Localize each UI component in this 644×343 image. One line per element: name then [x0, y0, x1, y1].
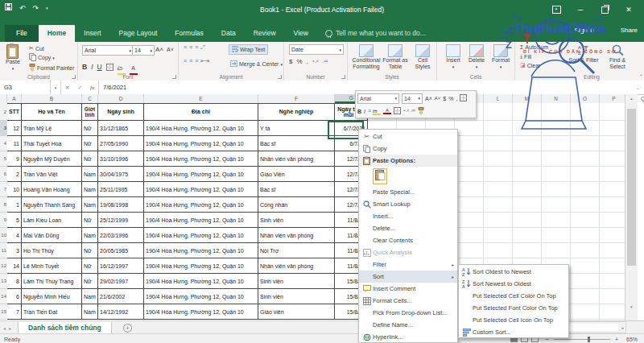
submenu-item-put-selected-cell-color-on-top[interactable]: Put Selected Cell Color On Top — [459, 290, 568, 302]
row-header-12[interactable]: 12 — [0, 258, 7, 274]
tab-data[interactable]: Data — [213, 25, 245, 42]
shrink-font-icon[interactable]: A˅ — [165, 46, 175, 53]
indent-icons[interactable]: ⇤⇥ — [200, 59, 208, 64]
row-header-7[interactable]: 7 — [0, 182, 7, 197]
cell[interactable]: Nam — [82, 228, 98, 243]
mini-fill-color-icon[interactable]: 🗁 — [373, 108, 381, 115]
cell[interactable]: Nhân viên văn phòng — [258, 151, 335, 167]
mini-font-size-combo[interactable]: 14▾ — [402, 93, 423, 104]
mini-grow-font-icon[interactable]: A˄ — [425, 96, 432, 101]
clipboard-launcher-icon[interactable] — [72, 75, 76, 79]
font-launcher-icon[interactable] — [172, 75, 176, 79]
cell[interactable]: 190/4 Hòa Hưng, Phường 12, Quận 10 — [144, 243, 258, 258]
cell[interactable]: 190/4 Hòa Hưng, Phường 12, Quận 10 — [144, 121, 258, 136]
scroll-right-icon[interactable]: ▸ — [620, 325, 625, 330]
cell[interactable]: 31/12/1865 — [98, 121, 144, 136]
menu-item-define-name[interactable]: Define Name... — [359, 319, 457, 331]
cell[interactable]: Nữ — [82, 136, 98, 151]
alignment-launcher-icon[interactable] — [278, 75, 282, 79]
cell[interactable]: 14 — [7, 258, 22, 274]
cell[interactable]: 10 — [7, 182, 22, 197]
cell[interactable]: 25/12/1999 — [98, 213, 144, 228]
font-name-combo[interactable]: Arial▾ — [82, 45, 134, 56]
insert-cells-button[interactable]: Insert▾ — [440, 43, 466, 71]
scroll-down-icon[interactable]: ▾ — [625, 304, 638, 309]
decrease-decimal-icon[interactable]: ·⁰⁰ — [322, 59, 328, 64]
cell[interactable]: Nguyễn Minh Hiếu — [22, 289, 82, 304]
cell[interactable]: Nữ — [82, 258, 98, 274]
cell[interactable]: 190/4 Hòa Hưng, Phường 12, Quận 10 — [144, 182, 258, 197]
cell[interactable]: Sinh viên — [258, 289, 335, 304]
cell[interactable]: Lâm Kiều Loan — [22, 213, 82, 228]
fill-color-icon[interactable]: 🗁 — [118, 59, 126, 75]
row-header-2[interactable]: 2 — [0, 103, 7, 121]
bold-icon[interactable]: B — [82, 63, 87, 71]
comma-icon[interactable]: , — [307, 58, 308, 65]
cell[interactable]: 20/05/1985 — [98, 243, 144, 258]
column-header-f[interactable]: F — [258, 94, 335, 103]
cell[interactable]: 1 — [7, 197, 22, 213]
row-header-10[interactable]: 10 — [0, 228, 7, 243]
cell[interactable]: 27/05/1990 — [98, 136, 144, 151]
cell[interactable]: Nữ — [82, 213, 98, 228]
mini-table-icon[interactable] — [460, 94, 467, 102]
cell[interactable]: Sinh viên — [258, 213, 335, 228]
align-top-icon[interactable]: ≡ — [184, 45, 186, 50]
menu-item-filter[interactable]: Filter▸ — [359, 258, 457, 271]
cell[interactable]: Thái Tuyết Hoa — [22, 136, 82, 151]
menu-item-hyperlink[interactable]: Hyperlink... — [359, 331, 457, 343]
conditional-formatting-button[interactable]: Conditional Formatting — [349, 43, 383, 71]
mini-font-name-combo[interactable]: Arial▾ — [357, 93, 399, 104]
cell[interactable]: Nữ — [82, 151, 98, 167]
cell[interactable]: Lê Minh Tuyết — [22, 258, 82, 274]
cell[interactable]: Nữ — [82, 243, 98, 258]
copy-button[interactable]: Copy▾ — [27, 52, 76, 63]
tell-me-box[interactable]: Tell me what you want to do... — [317, 25, 434, 42]
row-header-14[interactable]: 14 — [0, 289, 7, 304]
mini-align-icon[interactable]: ≡ — [368, 109, 370, 114]
cell[interactable]: Công nhân — [258, 197, 335, 213]
name-box[interactable]: G3 — [0, 81, 51, 94]
menu-item-pick-from-drop-down-list[interactable]: Pick From Drop-down List... — [359, 307, 457, 319]
number-format-combo[interactable]: Date▾ — [289, 44, 344, 55]
cell[interactable]: 8 — [7, 274, 22, 289]
submenu-item-sort-oldest-to-newest[interactable]: AZSort Oldest to Newest — [459, 266, 568, 278]
cancel-icon[interactable]: ✕ — [65, 85, 70, 91]
zoom-slider-thumb[interactable] — [588, 337, 590, 342]
format-as-table-button[interactable]: Format as Table — [380, 43, 411, 71]
cell[interactable]: 190/4 Hòa Hưng, Phường 12, Quận 10 — [144, 274, 258, 289]
cell[interactable]: Nội Trợ — [258, 243, 335, 258]
paste-option-button[interactable] — [373, 168, 387, 184]
merge-center-button[interactable]: Merge & Center▾ — [229, 60, 284, 68]
font-size-combo[interactable]: 14▾ — [132, 45, 155, 56]
tab-formulas[interactable]: Formulas — [166, 25, 212, 42]
mini-format-painter-icon[interactable] — [418, 107, 424, 116]
header-cell-h-v-t-n[interactable]: Họ và Tên — [22, 103, 82, 121]
cell[interactable]: 19/08/1998 — [98, 197, 144, 213]
cell[interactable]: Bác sĩ — [258, 136, 335, 151]
cell[interactable]: Lâm Thị Thùy Trang — [22, 274, 82, 289]
row-header-13[interactable]: 13 — [0, 274, 7, 289]
paste-button[interactable]: Paste▾ — [3, 43, 23, 72]
submenu-item-put-selected-font-color-on-top[interactable]: Put Selected Font Color On Top — [459, 302, 568, 314]
tab-review[interactable]: Review — [245, 25, 285, 42]
mini-shrink-font-icon[interactable]: A˅ — [435, 96, 441, 101]
cell[interactable]: Giáo Viên — [258, 167, 335, 182]
cell[interactable]: Giáo viên — [258, 304, 335, 320]
sheet-nav-icons[interactable]: ◂▸ — [0, 325, 18, 331]
cell[interactable]: Nguyễn Thanh Sang — [22, 197, 82, 213]
cell[interactable]: 12 — [7, 121, 22, 136]
cell[interactable]: Nam — [82, 182, 98, 197]
cell[interactable]: Trần Văn Việt — [22, 167, 82, 182]
cell[interactable]: Nguyễn Mỹ Duyên — [22, 151, 82, 167]
menu-item-delete[interactable]: Delete... — [359, 222, 457, 234]
menu-item-smart-lookup[interactable]: Smart Lookup — [359, 198, 457, 210]
row-header-9[interactable]: 9 — [0, 213, 7, 228]
currency-icon[interactable]: $ — [289, 58, 292, 65]
column-header-d[interactable]: D — [98, 94, 144, 103]
cell[interactable]: Y tá — [258, 121, 335, 136]
cell[interactable]: Nam — [82, 167, 98, 182]
menu-item-paste-special[interactable]: Paste Special... — [359, 186, 457, 198]
row-header-6[interactable]: 6 — [0, 167, 7, 182]
mini-italic-icon[interactable]: I — [364, 109, 365, 114]
